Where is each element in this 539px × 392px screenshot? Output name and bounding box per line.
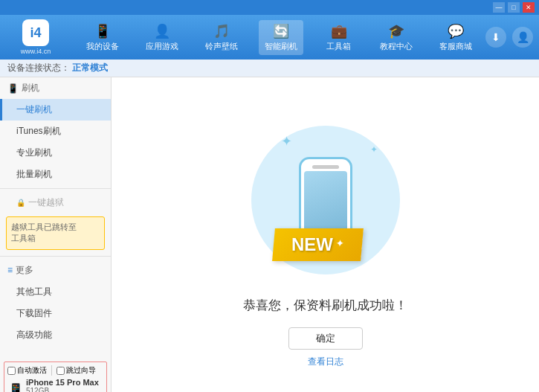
- app-logo: i4 www.i4.cn: [6, 19, 65, 55]
- phone-notch: [312, 165, 339, 169]
- device-phone-icon: 📱: [7, 382, 24, 392]
- nav-my-device[interactable]: 📱 我的设备: [80, 20, 125, 55]
- log-link-text[interactable]: 查看日志: [308, 356, 343, 367]
- main-layout: 📱 刷机 一键刷机 iTunes刷机 专业刷机 批量刷机 🔒 一键越狱 越狱工具…: [0, 77, 539, 392]
- tutorial-icon: 🎓: [388, 23, 404, 39]
- win-minimize-btn[interactable]: —: [493, 2, 505, 13]
- breadcrumb: 设备连接状态： 正常模式: [0, 60, 539, 77]
- top-status-bar: — □ ✕: [0, 0, 539, 15]
- phone-screen: [304, 171, 347, 232]
- apps-games-icon: 👤: [154, 23, 170, 39]
- sidebar-section-flash: 📱 刷机: [0, 77, 111, 99]
- skip-assistant-label[interactable]: 跳过向导: [57, 365, 96, 376]
- sidebar-item-other-tools[interactable]: 其他工具: [0, 281, 111, 303]
- nav-service-label: 客服商城: [439, 41, 472, 52]
- log-link[interactable]: 查看日志: [308, 356, 343, 368]
- jailbreak-notice: 越狱工具已跳转至工具箱: [6, 216, 105, 250]
- my-device-icon: 📱: [94, 23, 111, 39]
- sidebar-item-pro-flash[interactable]: 专业刷机: [0, 142, 111, 164]
- nav-tutorial[interactable]: 🎓 教程中心: [374, 20, 419, 55]
- device-info-row: 📱 iPhone 15 Pro Max 512GB iPhone: [7, 378, 103, 392]
- new-ribbon-inner: NEW ✦: [272, 228, 364, 261]
- breadcrumb-status: 正常模式: [72, 62, 108, 73]
- nav-toolbox-label: 工具箱: [326, 41, 351, 52]
- lock-icon: 🔒: [16, 199, 25, 207]
- new-ribbon: NEW ✦: [274, 228, 362, 261]
- device-checkboxes: 自动激活 跳过向导: [7, 365, 103, 376]
- logo-icon: i4: [22, 19, 49, 46]
- sidebar-item-one-key-flash[interactable]: 一键刷机: [0, 99, 111, 121]
- sidebar-item-itunes-flash[interactable]: iTunes刷机: [0, 121, 111, 142]
- smart-flash-icon: 🔄: [273, 23, 289, 39]
- auto-activate-checkbox[interactable]: [7, 367, 16, 375]
- sidebar-item-download-firmware[interactable]: 下载固件: [0, 303, 111, 324]
- success-illustration: NEW ✦ ✦ ✦: [251, 118, 400, 282]
- auto-activate-label[interactable]: 自动激活: [7, 365, 47, 376]
- nav-service[interactable]: 💬 客服商城: [433, 20, 478, 55]
- nav-ringtones[interactable]: 🎵 铃声壁纸: [199, 20, 244, 55]
- device-name: iPhone 15 Pro Max: [26, 378, 99, 387]
- logo-subtitle: www.i4.cn: [21, 48, 51, 55]
- breadcrumb-prefix: 设备连接状态：: [7, 62, 70, 73]
- app-header: i4 www.i4.cn 📱 我的设备 👤 应用游戏 🎵 铃声壁纸 🔄 智能刷机…: [0, 15, 539, 60]
- checkbox-divider: [51, 365, 52, 376]
- win-maximize-btn[interactable]: □: [508, 2, 520, 13]
- skip-assistant-checkbox[interactable]: [57, 367, 65, 375]
- ringtones-icon: 🎵: [213, 23, 230, 39]
- confirm-button[interactable]: 确定: [288, 327, 363, 350]
- header-actions: ⬇ 👤: [485, 27, 533, 48]
- new-star: ✦: [335, 237, 344, 249]
- nav-smart-flash[interactable]: 🔄 智能刷机: [259, 20, 303, 55]
- sidebar-section-jailbreak: 🔒 一键越狱: [0, 192, 111, 213]
- success-message: 恭喜您，保资料刷机成功啦！: [243, 297, 407, 314]
- nav-my-device-label: 我的设备: [86, 41, 119, 52]
- win-close-btn[interactable]: ✕: [523, 2, 535, 13]
- sidebar-item-advanced[interactable]: 高级功能: [0, 324, 111, 346]
- toolbox-icon: 💼: [331, 23, 347, 39]
- nav-smart-flash-label: 智能刷机: [265, 41, 297, 52]
- nav-tutorial-label: 教程中心: [380, 41, 413, 52]
- sparkle-icon-2: ✦: [370, 144, 378, 155]
- device-text-info: iPhone 15 Pro Max 512GB iPhone: [26, 378, 99, 392]
- sidebar-item-batch-flash[interactable]: 批量刷机: [0, 164, 111, 185]
- sidebar-divider-1: [0, 188, 111, 189]
- sidebar-section-more: ≡ 更多: [0, 260, 111, 281]
- new-text: NEW: [291, 234, 333, 255]
- device-storage: 512GB: [26, 387, 99, 392]
- service-icon: 💬: [448, 23, 464, 39]
- sparkle-icon: ✦: [281, 133, 292, 150]
- more-section-icon: ≡: [7, 265, 13, 275]
- nav-apps-games[interactable]: 👤 应用游戏: [140, 20, 184, 55]
- device-section-box: 自动激活 跳过向导 📱 iPhone 15 Pro Max 512GB iPho…: [4, 362, 107, 392]
- flash-section-icon: 📱: [7, 83, 19, 94]
- main-nav: 📱 我的设备 👤 应用游戏 🎵 铃声壁纸 🔄 智能刷机 💼 工具箱 🎓 教程中心…: [73, 20, 485, 55]
- download-btn[interactable]: ⬇: [485, 27, 506, 48]
- nav-ringtones-label: 铃声壁纸: [205, 41, 238, 52]
- sidebar: 📱 刷机 一键刷机 iTunes刷机 专业刷机 批量刷机 🔒 一键越狱 越狱工具…: [0, 77, 112, 392]
- nav-apps-games-label: 应用游戏: [146, 41, 178, 52]
- user-btn[interactable]: 👤: [512, 27, 533, 48]
- flash-section-label: 刷机: [22, 82, 39, 94]
- nav-toolbox[interactable]: 💼 工具箱: [318, 20, 359, 55]
- main-content: NEW ✦ ✦ ✦ 恭喜您，保资料刷机成功啦！ 确定 查看日志: [112, 77, 539, 392]
- sidebar-divider-2: [0, 256, 111, 257]
